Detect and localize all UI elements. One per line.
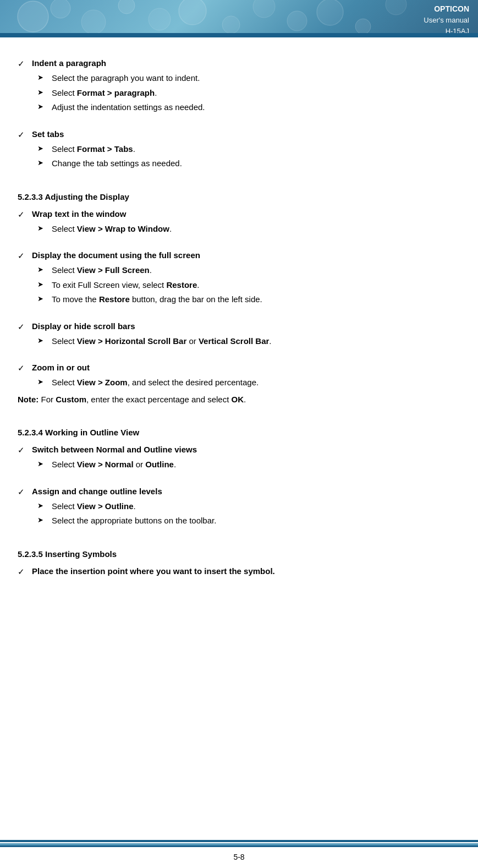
check-item-insert-symbol: ✓ Place the insertion point where you wa…: [18, 566, 460, 577]
section-heading-adjusting-display: 5.2.3.3 Adjusting the Display: [18, 192, 460, 201]
sub-item: ➤ Adjust the indentation settings as nee…: [37, 101, 460, 114]
header-bubbles-decoration: [0, 0, 478, 33]
indent-paragraph-label: Indent a paragraph: [32, 58, 106, 68]
sub-item: ➤ Select the appropriate buttons on the …: [37, 515, 460, 527]
check-item-indent-paragraph: ✓ Indent a paragraph: [18, 58, 460, 69]
header: OPTICON User's manual H-15AJ: [0, 0, 478, 33]
scroll-bars-label: Display or hide scroll bars: [32, 321, 135, 331]
header-accent-bar: [0, 33, 478, 37]
footer-bar-top: [0, 840, 478, 842]
svg-point-5: [179, 0, 206, 25]
arrow-icon: ➤: [37, 102, 47, 111]
sub-text: Select View > Zoom, and select the desir…: [52, 376, 259, 389]
sub-text: Change the tab settings as needed.: [52, 157, 182, 170]
check-item-outline-levels: ✓ Assign and change outline levels: [18, 487, 460, 497]
sub-item: ➤ Select View > Wrap to Window.: [37, 223, 460, 236]
sub-item: ➤ Select View > Full Screen.: [37, 264, 460, 277]
svg-point-4: [149, 8, 171, 30]
section-heading-outline-view: 5.2.3.4 Working in Outline View: [18, 428, 460, 437]
arrow-icon: ➤: [37, 460, 47, 468]
outline-levels-label: Assign and change outline levels: [32, 487, 162, 496]
check-item-switch-views: ✓ Switch between Normal and Outline view…: [18, 445, 460, 455]
sub-item: ➤ Select the paragraph you want to inden…: [37, 72, 460, 85]
svg-point-11: [386, 0, 406, 15]
sub-text: Select the appropriate buttons on the to…: [52, 515, 216, 527]
checkmark-full-screen: ✓: [18, 251, 26, 261]
sub-item: ➤ To move the Restore button, drag the b…: [37, 293, 460, 306]
zoom-subitems: ➤ Select View > Zoom, and select the des…: [37, 376, 460, 389]
arrow-icon: ➤: [37, 144, 47, 152]
checkmark-scroll-bars: ✓: [18, 322, 26, 332]
sub-text: Select View > Outline.: [52, 500, 136, 513]
footer-wrapper: 5-8: [0, 840, 478, 868]
arrow-icon: ➤: [37, 378, 47, 386]
sub-text: Select View > Full Screen.: [52, 264, 152, 277]
sub-text: Select View > Wrap to Window.: [52, 223, 172, 236]
zoom-note: Note: For Custom, enter the exact percen…: [18, 394, 460, 406]
checkmark-wrap-text: ✓: [18, 210, 26, 220]
check-item-set-tabs: ✓ Set tabs: [18, 129, 460, 140]
svg-point-9: [317, 0, 343, 25]
switch-views-subitems: ➤ Select View > Normal or Outline.: [37, 458, 460, 471]
checkmark-set-tabs: ✓: [18, 130, 26, 140]
check-item-wrap-text: ✓ Wrap text in the window: [18, 209, 460, 220]
wrap-text-subitems: ➤ Select View > Wrap to Window.: [37, 223, 460, 236]
sub-item: ➤ Select View > Outline.: [37, 500, 460, 513]
check-item-zoom: ✓ Zoom in or out: [18, 363, 460, 373]
svg-point-6: [222, 16, 240, 33]
check-item-full-screen: ✓ Display the document using the full sc…: [18, 250, 460, 261]
sub-text: Adjust the indentation settings as neede…: [52, 101, 205, 114]
svg-point-8: [287, 11, 307, 31]
insert-symbol-label: Place the insertion point where you want…: [32, 566, 275, 576]
header-info: OPTICON User's manual H-15AJ: [424, 3, 469, 33]
arrow-icon: ➤: [37, 224, 47, 232]
arrow-icon: ➤: [37, 336, 47, 345]
check-item-scroll-bars: ✓ Display or hide scroll bars: [18, 321, 460, 332]
sub-item: ➤ Select View > Zoom, and select the des…: [37, 376, 460, 389]
section-heading-inserting-symbols: 5.2.3.5 Inserting Symbols: [18, 549, 460, 559]
svg-point-2: [81, 10, 106, 33]
full-screen-subitems: ➤ Select View > Full Screen. ➤ To exit F…: [37, 264, 460, 306]
sub-text: Select Format > paragraph.: [52, 87, 157, 100]
zoom-label: Zoom in or out: [32, 363, 90, 372]
sub-item: ➤ Select Format > Tabs.: [37, 143, 460, 156]
checkmark-indent: ✓: [18, 59, 26, 69]
arrow-icon: ➤: [37, 88, 47, 96]
sub-text: Select View > Horizontal Scroll Bar or V…: [52, 335, 272, 348]
arrow-icon: ➤: [37, 501, 47, 510]
scroll-bars-subitems: ➤ Select View > Horizontal Scroll Bar or…: [37, 335, 460, 348]
checkmark-zoom: ✓: [18, 363, 26, 373]
switch-views-label: Switch between Normal and Outline views: [32, 445, 197, 454]
indent-paragraph-subitems: ➤ Select the paragraph you want to inden…: [37, 72, 460, 114]
sub-text: Select Format > Tabs.: [52, 143, 135, 156]
svg-point-0: [18, 1, 48, 32]
set-tabs-subitems: ➤ Select Format > Tabs. ➤ Change the tab…: [37, 143, 460, 170]
svg-point-3: [118, 0, 135, 14]
arrow-icon: ➤: [37, 516, 47, 524]
checkmark-switch-views: ✓: [18, 445, 26, 455]
checkmark-outline-levels: ✓: [18, 487, 26, 497]
sub-text: To move the Restore button, drag the bar…: [52, 293, 262, 306]
arrow-icon: ➤: [37, 159, 47, 167]
sub-item: ➤ Select View > Normal or Outline.: [37, 458, 460, 471]
sub-item: ➤ To exit Full Screen view, select Resto…: [37, 279, 460, 292]
arrow-icon: ➤: [37, 280, 47, 288]
svg-point-1: [51, 0, 70, 18]
checkmark-insert-symbol: ✓: [18, 567, 26, 577]
svg-point-7: [253, 0, 275, 18]
arrow-icon: ➤: [37, 73, 47, 81]
header-subtitle1: User's manual: [424, 15, 469, 26]
header-subtitle2: H-15AJ: [424, 26, 469, 34]
svg-point-10: [355, 19, 371, 33]
wrap-text-label: Wrap text in the window: [32, 209, 126, 219]
sub-text: Select the paragraph you want to indent.: [52, 72, 200, 85]
sub-text: Select View > Normal or Outline.: [52, 458, 176, 471]
footer: 5-8: [0, 845, 478, 868]
set-tabs-label: Set tabs: [32, 129, 64, 139]
main-content: ✓ Indent a paragraph ➤ Select the paragr…: [0, 37, 478, 840]
page-number: 5-8: [233, 853, 244, 861]
brand-name: OPTICON: [424, 3, 469, 15]
outline-levels-subitems: ➤ Select View > Outline. ➤ Select the ap…: [37, 500, 460, 527]
sub-item: ➤ Select View > Horizontal Scroll Bar or…: [37, 335, 460, 348]
full-screen-label: Display the document using the full scre…: [32, 250, 200, 260]
